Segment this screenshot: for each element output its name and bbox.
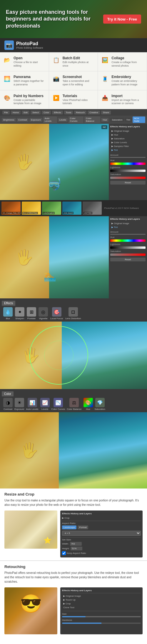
- saturation-bar-1[interactable]: [110, 177, 146, 179]
- effect-sharpen[interactable]: ✦ Sharpen: [15, 307, 24, 320]
- feature-open-desc: Choose a file to start editing: [14, 61, 46, 67]
- feature-open[interactable]: 📂 Open Choose a file to start editing: [0, 53, 49, 71]
- effects-tools: 💧 Blur ✦ Sharpen ⊞ Pixelate ◎ Vignette 🎯…: [2, 307, 145, 320]
- hue-bar-1[interactable]: [110, 163, 146, 165]
- panel-samples-filter[interactable]: ▶ Samples Filter: [110, 144, 146, 148]
- color-saturation[interactable]: 💎 Saturation: [95, 398, 105, 410]
- panel2-original-image[interactable]: ▶ Original Image: [110, 222, 146, 225]
- color-balance[interactable]: ⚖ Color Balance: [67, 398, 81, 410]
- contrast-label: Contrast: [4, 408, 12, 410]
- color-balance-label: Color Balance: [67, 408, 81, 410]
- effect-vignette[interactable]: ◎ Vignette: [39, 307, 48, 320]
- toolbar-file[interactable]: File: [2, 111, 10, 114]
- amount-slider[interactable]: [110, 157, 146, 158]
- toolbar-color[interactable]: Color: [42, 111, 51, 114]
- amount-slider-2[interactable]: [110, 234, 146, 235]
- effect-pixelate[interactable]: ⊞ Pixelate: [27, 307, 36, 320]
- levels-icon: 📈: [40, 398, 50, 407]
- film-thumb-4[interactable]: child_beach: [62, 202, 81, 215]
- toolbar-creative[interactable]: Creative: [88, 111, 100, 114]
- crop-item[interactable]: ▶ Crop: [62, 516, 141, 520]
- feature-import[interactable]: 📥 Import Import an image from a scanner …: [98, 90, 147, 109]
- retouching-main-section: Effects History and Layers ▶ Original Im…: [0, 587, 147, 637]
- app-version: PhotoPad v1.03 © NCH Software: [103, 207, 140, 209]
- height-input[interactable]: [71, 547, 82, 550]
- panel-hue[interactable]: ▶ Hue: [110, 133, 146, 137]
- reset-button-2[interactable]: Reset: [110, 258, 146, 261]
- color-tools: ◑ Contrast ☀ Exposure 📊 Auto Levels 📈 Le…: [2, 398, 145, 410]
- film-thumb-2[interactable]: BLU-1T8B127See: [22, 202, 41, 215]
- feature-embroidery[interactable]: 🧵 Embroidery Create an embroidery patter…: [98, 71, 147, 90]
- effect-lens-distortion[interactable]: ⊡ Lens Distortion: [65, 307, 81, 320]
- auto-levels-icon: 📊: [28, 398, 37, 407]
- color-levels[interactable]: 📈 Levels: [40, 398, 50, 410]
- retouch-divider: [62, 593, 141, 593]
- landscape-btn[interactable]: Landscape: [62, 525, 76, 529]
- feature-open-title: Open: [14, 56, 46, 60]
- color-balance-btn[interactable]: Color Balance: [84, 116, 100, 123]
- lightness-bar-1[interactable]: [110, 170, 146, 172]
- retouch-panel: Effects History and Layers ▶ Original Im…: [60, 587, 143, 634]
- saturation-label: Saturation: [110, 118, 124, 122]
- feature-collage[interactable]: 🖼️ Collage Create a collage from several…: [98, 53, 147, 71]
- width-label: Width:: [62, 542, 69, 545]
- retouch-clone-tool[interactable]: Clone Tool: [62, 606, 141, 609]
- panel2-tint[interactable]: ▶ Tint: [110, 225, 146, 229]
- feature-panorama[interactable]: 🌅 Panorama Stitch images together for a …: [0, 71, 49, 90]
- feature-tutorials[interactable]: ▶️ Tutorials View PhotoPad video tutoria…: [49, 90, 98, 109]
- feature-screenshot-title: Screenshot: [63, 75, 95, 79]
- toolbar-edit[interactable]: Edit: [22, 111, 29, 114]
- color-curves-btn[interactable]: Color Curves: [69, 116, 83, 123]
- film-thumb-5[interactable]: 14677842: [83, 202, 102, 215]
- toolbar-share[interactable]: Share: [101, 111, 111, 114]
- retouch-crop[interactable]: ▶ Crop: [62, 602, 141, 606]
- reset-button[interactable]: Reset: [110, 181, 146, 185]
- levels-btn[interactable]: Levels: [58, 118, 68, 122]
- width-input[interactable]: [70, 542, 82, 546]
- panel-original-image[interactable]: ▶ Original Image: [110, 129, 146, 133]
- feature-paint-by-numbers[interactable]: 🎨 Paint by Numbers Create a paintable te…: [0, 90, 49, 109]
- retouch-touch-up[interactable]: ▶ Touch Up: [62, 598, 141, 602]
- film-thumb-3[interactable]: LakeSongbird: [42, 202, 61, 215]
- panel-color-levels[interactable]: ▶ Color Levels: [110, 141, 146, 144]
- hardness-slider[interactable]: [62, 623, 141, 624]
- color-contrast[interactable]: ◑ Contrast: [3, 398, 13, 410]
- toolbar-select[interactable]: Select: [31, 111, 41, 114]
- panel-tint[interactable]: ▶ Tint: [110, 148, 146, 152]
- color-exposure[interactable]: ☀ Exposure: [14, 398, 24, 410]
- saturation-bar-2[interactable]: [110, 253, 146, 256]
- toolbar-home[interactable]: Home: [11, 111, 21, 114]
- film-thumb-1[interactable]: HC_Orange_Tide_1FU: [1, 202, 21, 215]
- features-grid: 📂 Open Choose a file to start editing 📋 …: [0, 52, 147, 109]
- open-icon: 📂: [3, 56, 11, 64]
- effect-blur[interactable]: 💧 Blur: [3, 307, 13, 320]
- retouch-original-image[interactable]: ▶ Original Image: [62, 594, 141, 598]
- autolevels-btn[interactable]: Auto Levels: [43, 116, 57, 123]
- color-hue[interactable]: 🎨 Hue: [83, 398, 93, 410]
- portrait-btn[interactable]: Portrait: [78, 525, 88, 529]
- keep-aspect-checkbox[interactable]: [62, 551, 66, 555]
- feature-batch-edit[interactable]: 📋 Batch Edit Edit multiple photos at onc…: [49, 53, 98, 71]
- effect-local-focus[interactable]: 🎯 Local Focus: [50, 307, 63, 320]
- ratio-dropdown[interactable]: 4 × 5: [62, 531, 141, 536]
- color-curves[interactable]: 📉 Color Curves: [51, 398, 65, 410]
- feature-screenshot[interactable]: 📸 Screenshot Take a screenshot and open …: [49, 71, 98, 90]
- exposure-btn2[interactable]: Exposure: [29, 118, 42, 122]
- feature-batch-edit-title: Batch Edit: [63, 56, 95, 60]
- retouch-size-label: Size: [62, 613, 141, 615]
- size-slider[interactable]: [62, 616, 141, 617]
- levels-label: Levels: [41, 408, 48, 410]
- hue-bar-2[interactable]: [110, 239, 146, 242]
- color-auto-levels[interactable]: 📊 Auto Levels: [26, 398, 39, 410]
- panel-saturation[interactable]: ▶ Saturation: [110, 137, 146, 141]
- toolbar-effects[interactable]: Effects: [52, 111, 63, 114]
- hue-btn[interactable]: Hue: [101, 118, 108, 122]
- try-now-button[interactable]: Try it Now - Free: [103, 15, 141, 24]
- editor-area-2: Effects History and Layers ▶ Original Im…: [0, 216, 147, 298]
- toolbar-tools[interactable]: Tools: [64, 111, 73, 114]
- contrast-btn[interactable]: Contrast: [17, 118, 29, 122]
- toolbar-retouch[interactable]: Retouch: [74, 111, 86, 114]
- resize-panel: Effects History and Layers ▶ Crop Aspect…: [60, 511, 143, 557]
- brightness-btn[interactable]: Brightness: [2, 118, 16, 122]
- lightness-bar-2[interactable]: [110, 246, 146, 249]
